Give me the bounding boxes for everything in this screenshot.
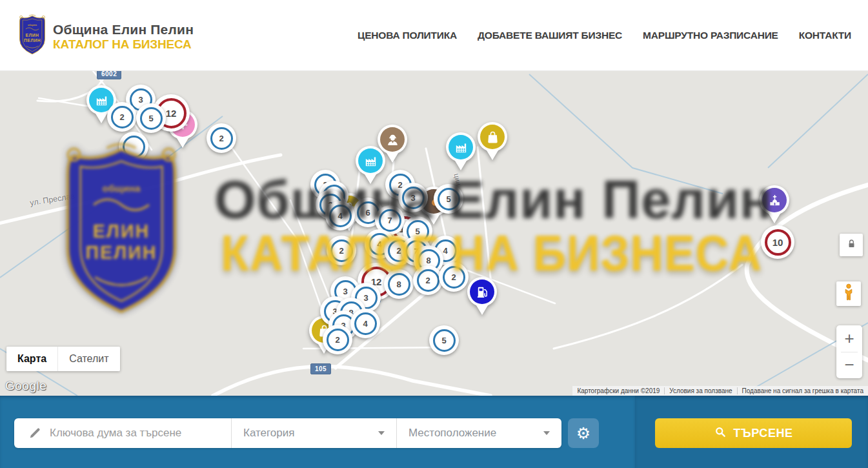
map-data-notice: Картографски данни ©2019 bbox=[572, 387, 664, 394]
cluster-marker[interactable]: 2 bbox=[413, 265, 443, 295]
site-subtitle: КАТАЛОГ НА БИЗНЕСА bbox=[53, 37, 192, 52]
svg-text:ЕЛИН: ЕЛИН bbox=[26, 33, 39, 37]
pegman-icon bbox=[840, 283, 857, 305]
cluster-marker[interactable]: 4 bbox=[350, 309, 380, 338]
cluster-marker[interactable] bbox=[119, 132, 148, 161]
gear-icon: ⚙ bbox=[576, 425, 590, 442]
cluster-marker[interactable]: 3 bbox=[398, 183, 428, 212]
map-type-map-button[interactable]: Карта bbox=[6, 347, 57, 371]
zoom-out-button[interactable]: − bbox=[836, 352, 862, 379]
pin-marker-bag[interactable] bbox=[478, 122, 507, 152]
google-map[interactable]: 321252223235641375422748128223338342510 … bbox=[0, 71, 868, 396]
pin-marker-fuel[interactable] bbox=[467, 277, 497, 307]
nav-item-route-schedule[interactable]: МАРШРУТНО РАЗПИСАНИЕ bbox=[643, 30, 778, 41]
keyword-search-input[interactable] bbox=[48, 426, 231, 440]
category-dropdown-label: Категория bbox=[243, 427, 294, 440]
zoom-control: + − bbox=[836, 325, 862, 378]
svg-text:община: община bbox=[28, 24, 37, 26]
map-attribution: Картографски данни ©2019 Условия за полз… bbox=[572, 386, 868, 396]
chevron-down-icon bbox=[378, 431, 385, 435]
advanced-settings-button[interactable]: ⚙ bbox=[568, 418, 599, 448]
cluster-marker[interactable]: 2 bbox=[207, 123, 236, 153]
keyword-field bbox=[14, 418, 231, 448]
search-icon bbox=[714, 425, 727, 442]
fullscreen-lock-button[interactable] bbox=[840, 234, 863, 256]
cluster-marker[interactable]: 2 bbox=[439, 262, 469, 292]
pin-marker-worker[interactable] bbox=[378, 125, 407, 154]
nav-item-contacts[interactable]: КОНТАКТИ bbox=[799, 30, 851, 41]
cluster-marker[interactable]: 8 bbox=[384, 269, 414, 299]
chevron-down-icon bbox=[543, 431, 550, 435]
lock-icon bbox=[845, 238, 858, 252]
search-fields-group: Категория Местоположение bbox=[14, 418, 561, 448]
zoom-in-button[interactable]: + bbox=[836, 325, 862, 352]
site-title: Община Елин Пелин bbox=[53, 22, 194, 37]
category-dropdown[interactable]: Категория bbox=[231, 418, 396, 448]
map-type-control: Карта Сателит bbox=[6, 347, 120, 371]
pin-marker-church[interactable] bbox=[760, 185, 789, 215]
cluster-marker[interactable]: 4 bbox=[325, 201, 355, 230]
location-dropdown[interactable]: Местоположение bbox=[396, 418, 561, 448]
terms-of-use-link[interactable]: Условия за ползване bbox=[664, 387, 736, 394]
google-logo[interactable]: Google bbox=[5, 379, 46, 393]
main-nav: ЦЕНОВА ПОЛИТИКА ДОБАВЕТЕ ВАШИЯТ БИЗНЕС М… bbox=[358, 0, 851, 70]
cluster-marker[interactable]: 2 bbox=[107, 102, 137, 132]
map-marker-layer: 321252223235641375422748128223338342510 bbox=[0, 71, 868, 396]
cluster-marker[interactable]: 10 bbox=[761, 225, 794, 259]
report-map-error-link[interactable]: Подаване на сигнал за грешка в картата bbox=[737, 387, 868, 394]
cluster-marker[interactable]: 5 bbox=[429, 325, 459, 355]
cluster-marker[interactable]: 2 bbox=[327, 236, 356, 265]
svg-text:ПЕЛИН: ПЕЛИН bbox=[24, 38, 41, 43]
site-logo[interactable]: общинаЕЛИНПЕЛИН bbox=[17, 10, 48, 59]
nav-item-pricing[interactable]: ЦЕНОВА ПОЛИТИКА bbox=[358, 30, 457, 41]
location-dropdown-label: Местоположение bbox=[409, 427, 496, 440]
search-button-label: ТЪРСЕНЕ bbox=[733, 427, 792, 440]
cluster-marker[interactable]: 5 bbox=[434, 184, 463, 214]
pin-marker-factory[interactable] bbox=[356, 146, 385, 176]
site-header: общинаЕЛИНПЕЛИН Община Елин Пелин КАТАЛО… bbox=[0, 0, 868, 71]
cluster-marker[interactable]: 5 bbox=[136, 103, 166, 133]
pencil-icon bbox=[28, 426, 42, 440]
map-type-satellite-button[interactable]: Сателит bbox=[57, 347, 119, 371]
search-bar: Категория Местоположение ⚙ ТЪРСЕНЕ bbox=[0, 396, 868, 468]
pin-marker-factory[interactable] bbox=[446, 132, 476, 162]
cluster-marker[interactable]: 2 bbox=[323, 325, 352, 354]
street-view-pegman-button[interactable] bbox=[836, 281, 861, 306]
nav-item-add-business[interactable]: ДОБАВЕТЕ ВАШИЯТ БИЗНЕС bbox=[478, 30, 622, 41]
page: 321252223235641375422748128223338342510 … bbox=[0, 0, 868, 468]
search-button[interactable]: ТЪРСЕНЕ bbox=[655, 418, 852, 448]
